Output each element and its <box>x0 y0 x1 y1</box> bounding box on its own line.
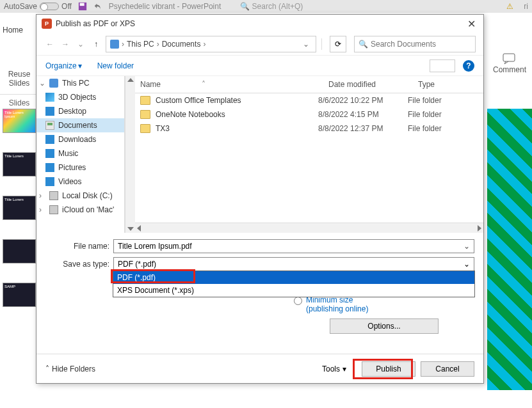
autosave-label: AutoSave <box>4 2 37 11</box>
tree-documents[interactable]: Documents <box>36 118 124 132</box>
cancel-button[interactable]: Cancel <box>421 361 474 377</box>
col-date[interactable]: Date modified <box>323 76 413 93</box>
tree-this-pc[interactable]: ⌄This PC <box>36 76 124 90</box>
refresh-button[interactable]: ⟳ <box>330 36 346 52</box>
savetype-combo[interactable]: PDF (*.pdf)⌄ PDF (*.pdf) XPS Document (*… <box>113 257 474 271</box>
slide-thumb[interactable]: Title Lorem Ipsum <box>3 109 36 133</box>
warning-icon[interactable]: ⚠ <box>506 2 513 11</box>
tree-downloads[interactable]: Downloads <box>36 132 124 146</box>
tools-menu[interactable]: Tools▾ <box>322 365 346 373</box>
col-name[interactable]: Name˄ <box>135 76 323 93</box>
tree-scrollbar[interactable] <box>125 76 135 233</box>
sort-up-icon: ˄ <box>202 80 206 89</box>
nav-forward-button: → <box>60 38 71 50</box>
undo-icon[interactable] <box>93 2 102 11</box>
document-title: Psychedelic vibrant - PowerPoint <box>109 2 221 11</box>
slides-group-label: Slides <box>0 94 38 107</box>
radio-minimum[interactable] <box>294 297 302 305</box>
recent-locations-button[interactable]: ⌄ <box>75 38 86 50</box>
tree-videos[interactable]: Videos <box>36 175 124 189</box>
tree-desktop[interactable]: Desktop <box>36 104 124 118</box>
nav-tree: ⌄This PC 3D Objects Desktop Documents Do… <box>36 76 125 233</box>
tab-home[interactable]: Home <box>3 26 23 35</box>
file-row[interactable]: Custom Office Templates8/6/2022 10:22 PM… <box>135 93 483 107</box>
dialog-titlebar: P Publish as PDF or XPS ✕ <box>36 15 483 33</box>
pictures-icon <box>45 163 54 172</box>
svg-rect-1 <box>79 3 84 6</box>
autosave-state: Off <box>61 2 72 11</box>
address-bar[interactable]: › This PC › Documents › ⌄ <box>106 36 316 52</box>
options-button[interactable]: Options... <box>330 318 439 334</box>
address-dropdown-button[interactable]: ⌄ <box>300 40 312 49</box>
view-mode-button[interactable] <box>430 59 455 72</box>
publish-button[interactable]: Publish <box>362 361 415 377</box>
file-row[interactable]: TX38/8/2022 12:37 PMFile folder <box>135 122 483 136</box>
new-comment-button[interactable]: Comment <box>487 52 532 74</box>
nav-row: ← → ⌄ ↑ › This PC › Documents › ⌄ ⟳ 🔍 <box>36 33 483 56</box>
downloads-icon <box>45 135 54 144</box>
file-browser: ⌄This PC 3D Objects Desktop Documents Do… <box>36 76 483 233</box>
reuse-slides-button[interactable]: Reuse Slides <box>0 70 38 88</box>
col-type[interactable]: Type <box>413 76 483 93</box>
nav-up-button[interactable]: ↑ <box>90 38 102 50</box>
folder-icon <box>140 124 150 133</box>
file-list: Name˄ Date modified Type Custom Office T… <box>135 76 483 233</box>
list-h-scrollbar[interactable] <box>135 223 483 233</box>
type-option-xps[interactable]: XPS Document (*.xps) <box>113 284 474 297</box>
cube-icon <box>45 93 54 102</box>
slide-thumb[interactable]: SAMP <box>3 283 36 307</box>
music-icon <box>45 149 54 158</box>
autosave-toggle[interactable]: AutoSave Off <box>4 2 72 11</box>
dialog-title: Publish as PDF or XPS <box>56 19 135 28</box>
svg-rect-2 <box>503 54 515 61</box>
crumb-this-pc[interactable]: This PC <box>127 40 154 49</box>
savetype-label: Save as type: <box>45 260 113 269</box>
chevron-up-icon: ˄ <box>45 365 49 373</box>
folder-icon <box>140 96 150 105</box>
chevron-down-icon[interactable]: ⌄ <box>463 242 470 251</box>
type-option-pdf[interactable]: PDF (*.pdf) <box>113 271 474 284</box>
save-form: File name: Title Lorem Ipsum.pdf⌄ Save a… <box>36 233 483 281</box>
organize-menu[interactable]: Organize ▾ <box>45 61 82 70</box>
savetype-dropdown: PDF (*.pdf) XPS Document (*.xps) <box>113 271 475 297</box>
chevron-right-icon[interactable]: › <box>203 40 206 49</box>
videos-icon <box>45 177 54 186</box>
new-folder-button[interactable]: New folder <box>97 61 134 70</box>
save-icon[interactable] <box>78 2 87 11</box>
hide-folders-button[interactable]: ˄Hide Folders <box>45 365 95 373</box>
tree-music[interactable]: Music <box>36 146 124 161</box>
desktop-icon <box>45 107 54 116</box>
publish-dialog: P Publish as PDF or XPS ✕ ← → ⌄ ↑ › This… <box>36 14 484 384</box>
toggle-pill-icon <box>40 3 59 10</box>
column-headers: Name˄ Date modified Type <box>135 76 483 93</box>
user-indicator[interactable]: ri <box>524 2 528 11</box>
search-box[interactable]: 🔍 <box>354 36 476 52</box>
slide-thumb[interactable]: Title Lorem <box>3 196 36 220</box>
slide-thumb[interactable] <box>3 239 36 263</box>
chevron-right-icon[interactable]: › <box>122 40 124 49</box>
documents-icon <box>45 121 54 130</box>
chevron-down-icon: ▾ <box>78 61 82 70</box>
filename-input[interactable]: Title Lorem Ipsum.pdf⌄ <box>113 239 474 253</box>
app-titlebar: AutoSave Off Psychedelic vibrant - Power… <box>0 0 532 13</box>
search-icon: 🔍 <box>359 40 368 49</box>
slide-thumb[interactable]: Title Lorem <box>3 152 36 177</box>
optimize-minimum[interactable]: Minimum size(publishing online) <box>294 295 474 313</box>
tree-pictures[interactable]: Pictures <box>36 161 124 175</box>
tree-3d-objects[interactable]: 3D Objects <box>36 90 124 104</box>
tree-icloud[interactable]: ›iCloud on 'Mac' <box>36 203 124 217</box>
crumb-documents[interactable]: Documents <box>162 40 201 49</box>
help-button[interactable]: ? <box>463 60 474 72</box>
chevron-right-icon[interactable]: › <box>157 40 159 49</box>
drive-icon <box>49 205 58 214</box>
nav-back-button[interactable]: ← <box>44 38 56 50</box>
close-button[interactable]: ✕ <box>465 18 478 30</box>
tree-local-disk[interactable]: ›Local Disk (C:) <box>36 189 124 203</box>
search-hint[interactable]: 🔍 Search (Alt+Q) <box>240 2 303 11</box>
pc-icon <box>49 79 58 88</box>
search-input[interactable] <box>371 40 471 49</box>
ribbon-left-group: Reuse Slides Slides <box>0 35 38 107</box>
drive-icon <box>49 191 58 200</box>
pc-icon <box>110 40 119 49</box>
file-row[interactable]: OneNote Notebooks8/8/2022 4:15 PMFile fo… <box>135 107 483 122</box>
